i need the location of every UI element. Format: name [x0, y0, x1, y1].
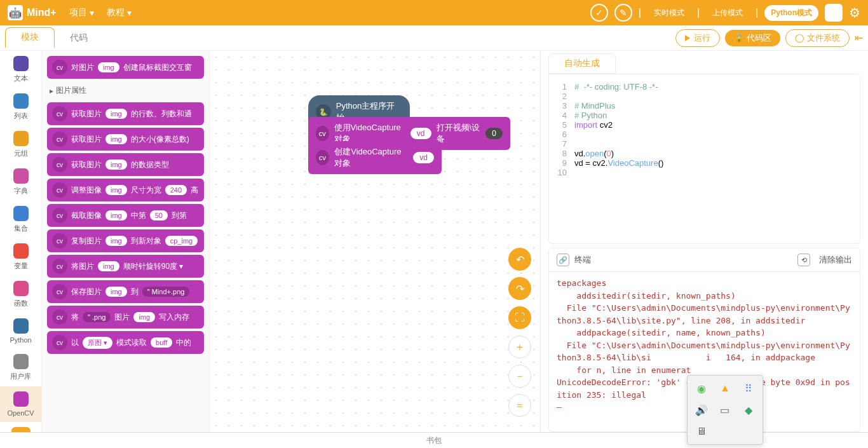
robot-icon[interactable] [825, 4, 843, 22]
block-arg-device[interactable]: 0 [485, 128, 503, 139]
mode-python[interactable]: Python模式 [764, 5, 818, 21]
block-arg[interactable]: 50 [150, 210, 168, 221]
file-system-button[interactable]: ◯ 文件系统 [785, 29, 850, 47]
block-arg[interactable]: img [105, 134, 127, 144]
block-arg[interactable]: img [98, 261, 119, 271]
category-icon [13, 281, 29, 296]
chart-icon[interactable]: ✓ [590, 4, 608, 22]
code-area-button[interactable]: 🔒 代码区 [725, 30, 780, 46]
link-icon[interactable]: 🔗 [557, 254, 569, 266]
block-arg[interactable]: " Mind+.png [142, 287, 190, 297]
block-label: 创建VideoCapture对象 [334, 146, 408, 169]
tray-nginx-icon[interactable]: ◆ [739, 401, 759, 419]
edit-icon[interactable]: ✎ [614, 4, 632, 22]
block-videocapture-create[interactable]: cv 创建VideoCapture对象 vd [308, 141, 442, 174]
extensions-button[interactable]: ＋ [11, 427, 31, 432]
category-label: OpenCV [7, 409, 34, 417]
block-arg[interactable]: buff [151, 337, 172, 348]
line-number: 3 [549, 101, 574, 111]
zoom-reset-button[interactable]: ＝ [508, 394, 531, 417]
tray-wechat-icon[interactable]: ◉ [691, 379, 711, 397]
category-文本[interactable]: 文本 [0, 51, 41, 88]
block-arg-obj[interactable]: vd [410, 128, 431, 139]
redo-button[interactable]: ↷ [508, 277, 531, 300]
block-arg[interactable]: img [98, 62, 119, 72]
block-arg[interactable]: cp_img [165, 236, 198, 246]
category-函数[interactable]: 函数 [0, 276, 41, 313]
mode-realtime[interactable]: 实时模式 [648, 5, 691, 21]
circle-icon: ◯ [795, 33, 804, 43]
block-arg[interactable]: img [105, 287, 127, 297]
block-palette[interactable]: cv对图片img创建鼠标截图交互窗 ▸ 图片属性 cv获取图片img的行数、列数… [42, 51, 210, 432]
tab-blocks[interactable]: 模块 [5, 27, 55, 48]
block-text: 模式读取 [116, 337, 147, 348]
menu-project[interactable]: 项目 ▾ [69, 7, 94, 18]
run-button[interactable]: 运行 [675, 29, 720, 47]
category-元组[interactable]: 元组 [0, 126, 41, 163]
category-Python[interactable]: Python [0, 313, 41, 349]
palette-block[interactable]: cv保存图片img到" Mind+.png [47, 280, 204, 303]
category-用户库[interactable]: 用户库 [0, 349, 41, 386]
line-number: 8 [549, 149, 574, 158]
block-arg[interactable]: " .png [83, 312, 111, 322]
line-number: 6 [549, 130, 574, 139]
undo-button[interactable]: ↶ [508, 248, 531, 271]
palette-block[interactable]: cv以原图 ▾模式读取buff中的 [47, 331, 204, 354]
block-arg[interactable]: img [133, 312, 155, 322]
palette-block[interactable]: cv获取图片img的大小(像素总数) [47, 128, 204, 151]
block-text: 获取图片 [71, 134, 102, 145]
palette-block[interactable]: cv复制图片img到新对象cp_img [47, 229, 204, 252]
palette-block[interactable]: cv将" .png图片img写入内存 [47, 306, 204, 329]
block-arg[interactable]: 原图 ▾ [83, 337, 112, 349]
block-arg-obj[interactable]: vd [413, 152, 434, 163]
logo-icon: 🤖 [8, 5, 23, 20]
line-number: 5 [549, 120, 574, 130]
tray-monitor-icon[interactable]: 🖥 [691, 423, 711, 440]
crop-button[interactable]: ⛶ [508, 306, 531, 329]
block-text: 的大小(像素总数) [131, 134, 189, 145]
zoom-out-button[interactable]: － [508, 365, 531, 388]
gear-icon[interactable]: ⚙ [849, 5, 860, 20]
zoom-in-button[interactable]: ＋ [508, 336, 531, 358]
category-icon [13, 391, 29, 407]
menu-tutorial[interactable]: 教程 ▾ [107, 7, 132, 18]
block-text: 保存图片 [71, 287, 102, 297]
tray-window-icon[interactable]: ▭ [715, 401, 735, 419]
code-text [574, 168, 860, 177]
code-tab-autogen[interactable]: 自动生成 [548, 53, 616, 74]
palette-block[interactable]: cv将图片img顺时针旋转90度 ▾ [47, 255, 204, 278]
opencv-icon: cv [52, 309, 67, 325]
block-arg[interactable]: 240 [165, 185, 187, 195]
palette-block[interactable]: cv截取图像img中第50到第 [47, 204, 204, 227]
block-arg[interactable]: img [105, 210, 127, 221]
collapse-icon[interactable]: ⇤ [855, 32, 863, 44]
block-arg[interactable]: img [105, 236, 127, 246]
terminal-clear-button[interactable]: ⟲ 清除输出 [797, 254, 852, 266]
mode-upload[interactable]: 上传模式 [706, 5, 749, 21]
opencv-icon: cv [52, 157, 67, 172]
tray-grid-icon[interactable]: ⠿ [739, 379, 759, 397]
category-列表[interactable]: 列表 [0, 88, 41, 126]
block-arg[interactable]: img [105, 109, 127, 119]
category-OpenCV[interactable]: OpenCV [0, 386, 41, 422]
tray-flame-icon[interactable]: ▲ [715, 379, 735, 397]
category-字典[interactable]: 字典 [0, 163, 41, 201]
palette-section-label: 图片属性 [56, 85, 86, 96]
block-arg[interactable]: img [105, 160, 127, 170]
palette-block[interactable]: cv获取图片img的数据类型 [47, 153, 204, 176]
block-canvas[interactable]: 🐍 Python主程序开始 cv 使用VideoCapture对象 vd 打开视… [210, 51, 540, 432]
tray-volume-icon[interactable]: 🔊 [691, 401, 711, 419]
block-arg[interactable]: img [105, 185, 127, 195]
palette-section-header: ▸ 图片属性 [42, 81, 209, 100]
palette-block[interactable]: cv调整图像img尺寸为宽240高 [47, 179, 204, 201]
category-集合[interactable]: 集合 [0, 201, 41, 238]
palette-block[interactable]: cv获取图片img的行数、列数和通 [47, 102, 204, 125]
palette-block[interactable]: cv对图片img创建鼠标截图交互窗 [47, 56, 204, 79]
tab-code[interactable]: 代码 [55, 29, 103, 48]
line-number: 4 [549, 111, 574, 120]
code-editor[interactable]: 1# -*- coding: UTF-8 -*-23# MindPlus4# P… [548, 74, 860, 244]
category-label: 列表 [14, 111, 28, 121]
logo-text: Mind+ [27, 7, 57, 18]
category-变量[interactable]: 变量 [0, 238, 41, 276]
opencv-icon: cv [52, 259, 67, 274]
